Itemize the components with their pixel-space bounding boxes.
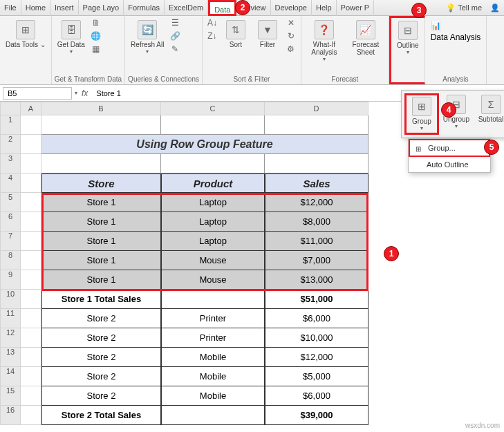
btn-sortza[interactable]: Z↓	[205, 30, 219, 43]
cell[interactable]	[21, 348, 41, 367]
row-header[interactable]: 11	[0, 309, 21, 328]
fx-button[interactable]: fx	[77, 88, 92, 98]
cell[interactable]: Store 2	[41, 348, 161, 367]
cell[interactable]: Store 2	[41, 386, 161, 406]
cell[interactable]: Store 1	[41, 251, 161, 270]
cell[interactable]: Store 1	[41, 212, 161, 232]
cell[interactable]	[41, 115, 161, 135]
cell[interactable]: Store 1	[41, 232, 161, 251]
cell[interactable]: Mouse	[161, 251, 265, 270]
row-header[interactable]: 1	[0, 115, 21, 135]
cell[interactable]: Store 1 Total Sales	[41, 290, 161, 309]
cell[interactable]	[21, 251, 41, 270]
cell[interactable]	[265, 115, 368, 135]
cell[interactable]	[21, 406, 41, 425]
cell[interactable]	[21, 212, 41, 232]
cell[interactable]	[21, 309, 41, 328]
tab-pagelayout[interactable]: Page Layo	[79, 0, 124, 16]
btn-clear[interactable]: ✕	[284, 17, 298, 30]
tab-home[interactable]: Home	[21, 0, 50, 16]
tab-formulas[interactable]: Formulas	[124, 0, 165, 16]
title-cell[interactable]: Using Row Group Feature	[41, 135, 368, 154]
row-header[interactable]: 13	[0, 348, 21, 367]
row-header[interactable]: 14	[0, 367, 21, 386]
btn-properties[interactable]: 🔗	[168, 30, 182, 43]
btn-filter[interactable]: ▼ Filter	[252, 17, 283, 75]
tab-file[interactable]: File	[0, 0, 21, 16]
cell[interactable]: $11,000	[265, 232, 368, 251]
cell[interactable]: Mobile	[161, 386, 265, 406]
row-header[interactable]: 15	[0, 386, 21, 406]
cell[interactable]: Sales	[265, 173, 368, 193]
col-header-b[interactable]: B	[41, 102, 161, 115]
col-header-d[interactable]: D	[265, 102, 368, 115]
btn-dataanalysis[interactable]: 📊 Data Analysis	[428, 17, 484, 45]
cell[interactable]: $51,000	[265, 290, 368, 309]
cell[interactable]: $8,000	[265, 212, 368, 232]
cell[interactable]: $6,000	[265, 386, 368, 406]
cell[interactable]: $12,000	[265, 193, 368, 212]
cell[interactable]	[21, 135, 41, 154]
cell[interactable]: Store 2 Total Sales	[41, 406, 161, 425]
btn-queries[interactable]: ☰	[168, 17, 182, 30]
cell[interactable]: Store 1	[41, 270, 161, 290]
cell[interactable]: $7,000	[265, 251, 368, 270]
cell[interactable]: Product	[161, 173, 265, 193]
btn-fromtext[interactable]: 🗎	[89, 17, 103, 30]
row-header[interactable]: 8	[0, 251, 21, 270]
row-header[interactable]: 3	[0, 154, 21, 173]
tab-powerpivot[interactable]: Power P	[337, 0, 375, 16]
tab-data[interactable]: Data	[208, 0, 236, 16]
row-header[interactable]: 10	[0, 290, 21, 309]
cell[interactable]	[265, 154, 368, 173]
cell[interactable]	[21, 232, 41, 251]
cell[interactable]: Store 2	[41, 367, 161, 386]
cell[interactable]: Store 2	[41, 328, 161, 348]
cell[interactable]: $6,000	[265, 309, 368, 328]
cell[interactable]: $12,000	[265, 348, 368, 367]
col-header-c[interactable]: C	[161, 102, 265, 115]
btn-advanced[interactable]: ⚙	[284, 44, 298, 56]
btn-reapply[interactable]: ↻	[284, 30, 298, 43]
menu-group[interactable]: ⊞ Group...	[409, 139, 490, 157]
row-header[interactable]: 9	[0, 270, 21, 290]
btn-outline[interactable]: ⊟ Outline ▾	[391, 18, 424, 58]
btn-forecast[interactable]: 📈 Forecast Sheet	[346, 17, 386, 75]
tab-help[interactable]: Help	[312, 0, 337, 16]
share-icon[interactable]: 👤	[486, 0, 504, 16]
btn-datatools[interactable]: ⊞ Data Tools ⌄	[3, 17, 48, 50]
btn-refreshall[interactable]: 🔄 Refresh All ▾	[128, 17, 167, 75]
btn-editlinks[interactable]: ✎	[168, 44, 182, 56]
btn-sort[interactable]: ⇅ Sort	[221, 17, 251, 75]
select-all-cell[interactable]	[0, 102, 21, 115]
cell[interactable]	[41, 154, 161, 173]
cell[interactable]: $10,000	[265, 328, 368, 348]
menu-autooutline[interactable]: Auto Outline	[409, 157, 490, 172]
cell[interactable]: $39,000	[265, 406, 368, 425]
name-box[interactable]	[3, 87, 72, 100]
row-header[interactable]: 5	[0, 193, 21, 212]
cell[interactable]	[21, 386, 41, 406]
cell[interactable]: $5,000	[265, 367, 368, 386]
cell[interactable]: $13,000	[265, 270, 368, 290]
tab-insert[interactable]: Insert	[50, 0, 79, 16]
btn-getdata[interactable]: 🗄 Get Data ▾	[55, 17, 88, 75]
cell[interactable]: Mouse	[161, 270, 265, 290]
row-header[interactable]: 2	[0, 135, 21, 154]
cell[interactable]	[161, 154, 265, 173]
cell[interactable]: Laptop	[161, 212, 265, 232]
cell[interactable]	[21, 290, 41, 309]
cell[interactable]: Laptop	[161, 193, 265, 212]
cell[interactable]: Laptop	[161, 232, 265, 251]
cell[interactable]	[161, 115, 265, 135]
cell[interactable]	[21, 270, 41, 290]
btn-group[interactable]: ⊞ Group ▾	[404, 93, 439, 135]
btn-sortaz[interactable]: A↓	[205, 17, 219, 30]
tab-exceldemy[interactable]: ExcelDem	[165, 0, 208, 16]
cell[interactable]	[161, 406, 265, 425]
col-header-a[interactable]: A	[21, 102, 41, 115]
cell[interactable]	[21, 154, 41, 173]
row-header[interactable]: 7	[0, 232, 21, 251]
cell[interactable]	[21, 115, 41, 135]
row-header[interactable]: 4	[0, 173, 21, 193]
